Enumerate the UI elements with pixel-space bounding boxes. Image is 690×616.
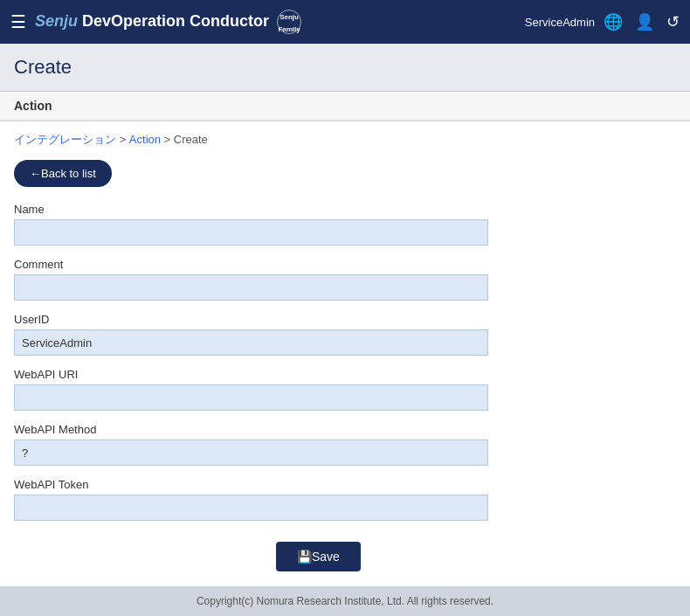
page-title: Create	[14, 56, 676, 79]
breadcrumb: インテグレーション > Action > Create	[14, 132, 676, 148]
comment-label: Comment	[14, 258, 676, 271]
name-input[interactable]	[14, 219, 488, 246]
userid-input[interactable]	[14, 329, 488, 356]
webapi-token-input[interactable]	[14, 495, 488, 521]
page-title-bar: Create	[0, 44, 690, 92]
webapi-method-field-group: WebAPI Method	[14, 423, 676, 466]
menu-icon[interactable]: ☰	[10, 11, 26, 32]
userid-field-group: UserID	[14, 313, 676, 356]
logo-badge: SenjuFamily	[277, 10, 301, 34]
header-username: ServiceAdmin	[525, 16, 595, 29]
footer-text: Copyright(c) Nomura Research Institute, …	[197, 595, 493, 607]
content-area: インテグレーション > Action > Create ←Back to lis…	[0, 121, 690, 589]
user-icon[interactable]: 👤	[635, 12, 654, 31]
save-button[interactable]: 💾Save	[276, 542, 361, 571]
footer: Copyright(c) Nomura Research Institute, …	[0, 586, 690, 616]
userid-label: UserID	[14, 313, 676, 326]
webapi-method-input[interactable]	[14, 440, 488, 466]
app-header: ☰ Senju DevOperation Conductor SenjuFami…	[0, 0, 690, 44]
breadcrumb-integration-link[interactable]: インテグレーション	[14, 133, 116, 146]
webapi-uri-label: WebAPI URI	[14, 368, 676, 381]
breadcrumb-sep1: >	[120, 133, 129, 146]
name-field-group: Name	[14, 203, 676, 246]
header-icons: 🌐 👤 ↺	[604, 12, 680, 31]
breadcrumb-current: Create	[174, 133, 208, 146]
save-button-row: 💾Save	[14, 533, 676, 571]
section-header: Action	[0, 92, 690, 121]
webapi-method-label: WebAPI Method	[14, 423, 676, 436]
webapi-token-field-group: WebAPI Token	[14, 478, 676, 521]
webapi-uri-input[interactable]	[14, 384, 488, 411]
logo-senju: Senju	[35, 12, 78, 30]
breadcrumb-sep2: >	[164, 133, 174, 146]
webapi-uri-field-group: WebAPI URI	[14, 368, 676, 411]
refresh-icon[interactable]: ↺	[666, 12, 680, 31]
back-to-list-button[interactable]: ←Back to list	[14, 160, 112, 187]
globe-icon[interactable]: 🌐	[604, 12, 623, 31]
webapi-token-label: WebAPI Token	[14, 478, 676, 491]
comment-field-group: Comment	[14, 258, 676, 301]
logo-rest: DevOperation Conductor	[78, 12, 269, 30]
app-logo: Senju DevOperation Conductor SenjuFamily	[35, 10, 516, 34]
section-title: Action	[14, 99, 52, 113]
breadcrumb-action-link[interactable]: Action	[129, 133, 161, 146]
name-label: Name	[14, 203, 676, 216]
comment-input[interactable]	[14, 274, 488, 301]
